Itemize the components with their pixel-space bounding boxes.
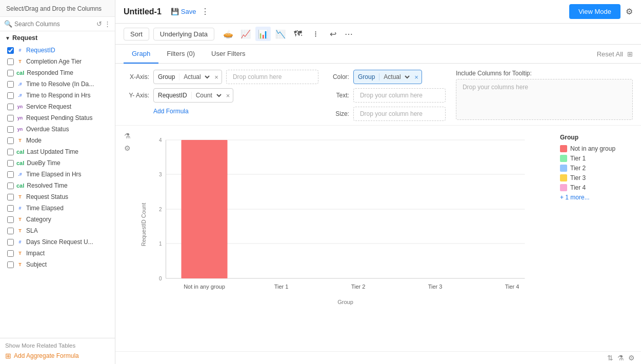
x-axis-drop-zone[interactable]: Drop column here (226, 70, 318, 84)
pie-chart-button[interactable]: 🥧 (221, 27, 236, 41)
x-axis-clear-button[interactable]: × (211, 73, 222, 81)
sidebar-item-request-pending-status[interactable]: ynRequest Pending Status (0, 112, 115, 124)
sidebar-item-checkbox-time-to-respond[interactable] (7, 92, 14, 99)
sidebar-item-responded-time[interactable]: calResponded Time (0, 67, 115, 78)
legend-label-tier1: Tier 1 (570, 155, 586, 162)
settings-chart-button[interactable]: ⚙ (124, 144, 131, 152)
bar-chart-button[interactable]: 📊 (255, 27, 271, 41)
sidebar-item-label-dueby-time: DueBy Time (27, 159, 110, 167)
tab-user-filters[interactable]: User Filters (203, 45, 253, 64)
add-formula-link[interactable]: Add Formula (153, 107, 189, 116)
y-axis-clear-button[interactable]: × (223, 92, 233, 99)
sidebar-item-checkbox-requestid[interactable] (7, 47, 14, 54)
sidebar-item-label-service-request: Service Request (26, 103, 110, 110)
sidebar-item-time-elapsed-hrs[interactable]: .#Time Elapsed in Hrs (0, 169, 115, 180)
sidebar-item-checkbox-completion-age-tier[interactable] (7, 58, 14, 65)
text-drop-zone[interactable]: Drop your column here (353, 88, 446, 103)
tooltip-drop-zone[interactable]: Drop your columns here (456, 79, 633, 120)
sidebar-item-service-request[interactable]: ynService Request (0, 101, 115, 112)
sort-chart-button[interactable]: ⇅ (607, 354, 613, 362)
view-mode-button[interactable]: View Mode (569, 4, 620, 19)
sidebar-item-checkbox-category[interactable] (7, 216, 14, 223)
sidebar-item-impact[interactable]: TImpact (0, 248, 115, 259)
sidebar-item-checkbox-responded-time[interactable] (7, 70, 14, 76)
sidebar-item-dueby-time[interactable]: calDueBy Time (0, 157, 115, 169)
x-axis-aggregate-select[interactable]: Actual Count Sum (179, 70, 211, 84)
sidebar-item-checkbox-last-updated-time[interactable] (7, 149, 14, 155)
sidebar-item-checkbox-subject[interactable] (7, 261, 14, 268)
sidebar-item-checkbox-mode[interactable] (7, 137, 14, 144)
sidebar-item-mode[interactable]: TMode (0, 135, 115, 146)
sidebar-item-completion-age-tier[interactable]: TCompletion Age Tier (0, 56, 115, 67)
sidebar-item-checkbox-time-to-resolve[interactable] (7, 81, 14, 88)
sidebar-item-last-updated-time[interactable]: calLast Updated Time (0, 146, 115, 157)
save-button[interactable]: 💾 Save (171, 8, 196, 15)
sidebar-item-type-overdue-status: yn (16, 127, 24, 132)
sidebar-item-type-time-to-resolve: .# (16, 82, 24, 87)
sidebar-section-request[interactable]: ▼ Request (0, 31, 115, 45)
sidebar-item-sla[interactable]: TSLA (0, 225, 115, 236)
sidebar-item-checkbox-resolved-time[interactable] (7, 183, 14, 189)
sidebar-item-checkbox-request-status[interactable] (7, 194, 14, 200)
sidebar-item-checkbox-impact[interactable] (7, 250, 14, 257)
sidebar-item-checkbox-time-elapsed[interactable] (7, 205, 14, 212)
reset-all-button[interactable]: Reset All (597, 50, 623, 58)
more-options-button[interactable]: ⋮ (201, 7, 209, 16)
sidebar-item-checkbox-overdue-status[interactable] (7, 126, 14, 133)
add-formula-button[interactable]: ⊞ Add Aggregate Formula (5, 352, 79, 360)
sidebar-item-checkbox-service-request[interactable] (7, 104, 14, 110)
color-aggregate-select[interactable]: Actual Count (379, 70, 411, 84)
scatter-chart-button[interactable]: ⁞ (308, 27, 323, 41)
tab-graph[interactable]: Graph (124, 45, 158, 64)
line-chart-button[interactable]: 📈 (238, 27, 253, 41)
color-field: Group (354, 73, 379, 80)
y-axis-aggregate-select[interactable]: Count Sum Avg (192, 89, 223, 102)
legend-more-button[interactable]: + 1 more... (560, 194, 633, 201)
sidebar-item-time-to-resolve[interactable]: .#Time to Resolve (In Da... (0, 78, 115, 90)
sidebar-item-checkbox-days-since-request[interactable] (7, 239, 14, 246)
sidebar-item-time-to-respond[interactable]: .#Time to Respond in Hrs (0, 90, 115, 101)
x-label-tier2: Tier 2 (351, 284, 366, 290)
sidebar-item-label-requestid: RequestID (26, 47, 110, 54)
settings-icon[interactable]: ⚙ (626, 7, 633, 16)
sidebar-item-subject[interactable]: TSubject (0, 259, 115, 270)
sidebar-item-type-request-pending-status: yn (16, 115, 24, 120)
sidebar-item-resolved-time[interactable]: calResolved Time (0, 180, 115, 191)
tab-filters[interactable]: Filters (0) (158, 45, 203, 64)
sidebar-item-checkbox-dueby-time[interactable] (7, 160, 14, 167)
size-drop-zone[interactable]: Drop your column here (353, 107, 446, 121)
show-more-link[interactable]: Show More Related Tables (5, 342, 110, 349)
sidebar-item-checkbox-time-elapsed-hrs[interactable] (7, 171, 14, 178)
sidebar-item-type-time-elapsed: # (16, 206, 24, 211)
tooltip-label: Include Columns for Tooltip: (456, 70, 633, 77)
color-clear-button[interactable]: × (411, 73, 422, 81)
toolbar-more-icon[interactable]: ⋯ (345, 29, 353, 39)
sidebar-item-overdue-status[interactable]: ynOverdue Status (0, 124, 115, 135)
columns-menu-button[interactable]: ⋮ (104, 20, 111, 28)
sidebar-item-request-status[interactable]: TRequest Status (0, 191, 115, 203)
sidebar-item-days-since-request[interactable]: #Days Since Request U... (0, 236, 115, 248)
refresh-button[interactable]: ↺ (96, 20, 102, 28)
page-title: Untitled-1 (124, 7, 162, 16)
sidebar-item-type-subject: T (16, 262, 24, 267)
filter-bottom-button[interactable]: ⚗ (617, 354, 624, 362)
sidebar-item-checkbox-request-pending-status[interactable] (7, 115, 14, 122)
back-button[interactable]: ↩ (325, 27, 340, 41)
sidebar-item-category[interactable]: TCategory (0, 214, 115, 225)
sidebar-item-checkbox-sla[interactable] (7, 228, 14, 234)
settings-bottom-button[interactable]: ⚙ (628, 354, 635, 362)
color-config: Color: Group Actual Count × Text: Drop y… (329, 70, 446, 121)
area-chart-button[interactable]: 🗺 (290, 27, 306, 41)
sidebar-item-type-resolved-time: cal (16, 183, 24, 189)
sidebar-item-requestid[interactable]: #RequestID (0, 45, 115, 56)
search-input[interactable] (14, 21, 94, 28)
underlying-data-button[interactable]: Underlying Data (153, 28, 214, 41)
sidebar-item-time-elapsed[interactable]: #Time Elapsed (0, 203, 115, 214)
sidebar-item-label-category: Category (26, 216, 110, 223)
horizontal-bar-button[interactable]: 📉 (273, 27, 288, 41)
legend-item-tier2: Tier 2 (560, 165, 633, 172)
filter-chart-button[interactable]: ⚗ (124, 132, 131, 140)
sort-button[interactable]: Sort (124, 28, 149, 41)
expand-icon[interactable]: ⊞ (627, 50, 633, 58)
sidebar-item-type-dueby-time: cal (16, 160, 24, 166)
